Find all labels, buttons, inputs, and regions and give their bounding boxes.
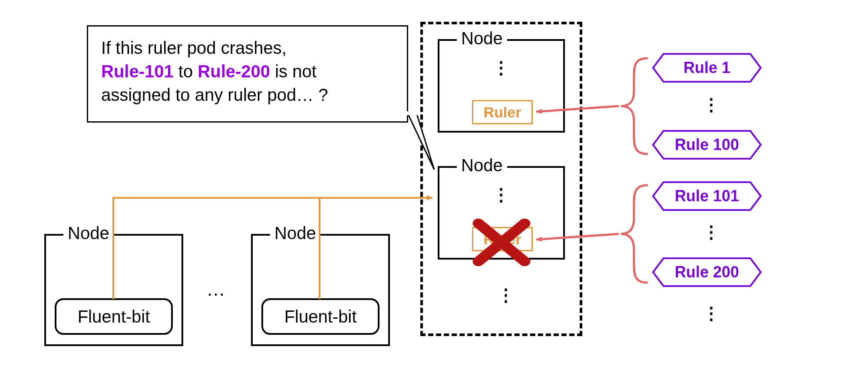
rule-hex-200: Rule 200 bbox=[651, 257, 762, 288]
vdots-icon: ⋮ bbox=[492, 190, 511, 199]
brace-top bbox=[621, 58, 647, 154]
callout-rule-start: Rule-101 bbox=[101, 62, 174, 81]
vdots-icon: ⋮ bbox=[492, 63, 511, 72]
fluent-bit-label: Fluent-bit bbox=[78, 307, 150, 327]
node-label: Node bbox=[457, 156, 507, 175]
rule-hex-1: Rule 1 bbox=[651, 52, 762, 83]
fluent-bit-pod: Fluent-bit bbox=[261, 298, 380, 335]
callout-rule-end: Rule-200 bbox=[198, 62, 270, 81]
node-label: Node bbox=[270, 223, 320, 243]
callout-line2-tail: is not bbox=[270, 62, 317, 81]
ruler-pod-top: Ruler bbox=[472, 100, 533, 124]
diagram-canvas: If this ruler pod crashes, Rule-101 to R… bbox=[0, 0, 868, 380]
rule-hex-100: Rule 100 bbox=[651, 129, 762, 160]
hdots-icon: … bbox=[206, 278, 225, 300]
rule-hex-101: Rule 101 bbox=[651, 180, 762, 212]
fluent-bit-pod: Fluent-bit bbox=[55, 298, 173, 335]
node-label: Node bbox=[63, 223, 114, 243]
vdots-icon: ⋮ bbox=[497, 290, 515, 299]
vdots-icon: ⋮ bbox=[703, 227, 721, 236]
rule-label: Rule 100 bbox=[651, 129, 762, 160]
callout-line1: If this ruler pod crashes, bbox=[101, 38, 287, 57]
vdots-icon: ⋮ bbox=[703, 309, 721, 317]
node-fluent-left: Node Fluent-bit bbox=[44, 234, 183, 346]
node-ruler-top: Node ⋮ Ruler bbox=[438, 39, 565, 133]
callout-mid: to bbox=[174, 62, 198, 81]
callout-box: If this ruler pod crashes, Rule-101 to R… bbox=[87, 25, 408, 123]
rule-label: Rule 1 bbox=[651, 52, 762, 83]
brace-bottom bbox=[621, 185, 647, 283]
callout-line3: assigned to any ruler pod… ? bbox=[101, 85, 328, 104]
ruler-pod-label: Ruler bbox=[484, 104, 521, 121]
node-fluent-right: Node Fluent-bit bbox=[251, 234, 390, 346]
rule-label: Rule 101 bbox=[651, 180, 762, 212]
vdots-icon: ⋮ bbox=[703, 100, 721, 109]
rule-label: Rule 200 bbox=[651, 257, 762, 288]
fluent-bit-label: Fluent-bit bbox=[284, 307, 357, 327]
node-label: Node bbox=[457, 29, 507, 48]
